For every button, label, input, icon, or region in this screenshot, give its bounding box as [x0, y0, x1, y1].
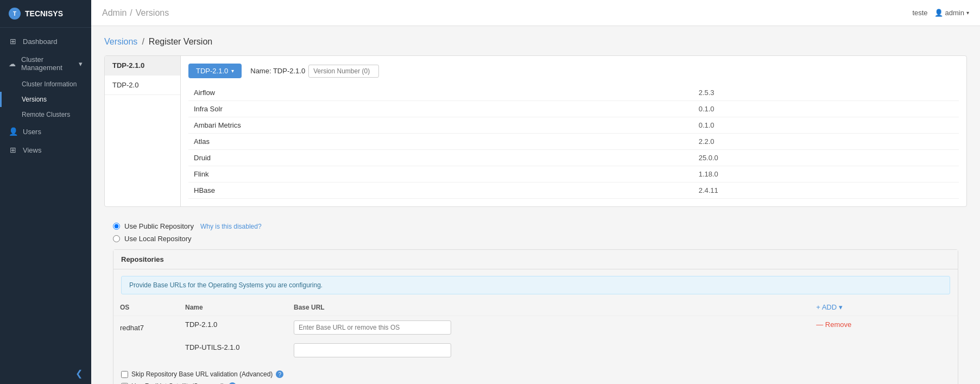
version-item-label: TDP-2.0 [112, 81, 138, 89]
main-area: Admin / Versions teste 👤 admin ▾ Version… [91, 0, 980, 384]
repo-name: TDP-2.1.0 [179, 316, 287, 339]
base-url-input-utils[interactable] [294, 343, 451, 357]
topbar-right: teste 👤 admin ▾ [912, 9, 969, 17]
actions-cell-empty [810, 339, 958, 362]
base-url-input[interactable] [294, 320, 451, 335]
topbar-username: teste [912, 9, 927, 17]
admin-icon: 👤 [934, 9, 943, 17]
admin-menu[interactable]: 👤 admin ▾ [934, 9, 969, 17]
col-os: OS [113, 299, 179, 316]
service-version: 0.1.0 [693, 117, 959, 134]
skip-validation-info-icon[interactable]: ? [276, 370, 283, 378]
service-name: Flink [188, 166, 693, 182]
service-version: 0.1.0 [693, 101, 959, 117]
add-caret-icon: ▾ [839, 303, 843, 311]
content-area: Versions / Register Version TDP-2.1.0 TD… [91, 26, 980, 384]
add-label: + ADD [816, 303, 837, 311]
sidebar-item-cluster-management[interactable]: ☁ Cluster Management ▾ [0, 51, 91, 77]
sidebar-item-versions[interactable]: Versions [0, 92, 91, 107]
version-select-label: TDP-2.1.0 [196, 67, 228, 75]
sidebar-item-cluster-info[interactable]: Cluster Information [0, 77, 91, 92]
admin-label: admin [945, 9, 964, 17]
breadcrumb: Admin / Versions [102, 8, 169, 18]
sidebar-item-views[interactable]: ⊞ Views [0, 141, 91, 159]
version-list-item-tdp-210[interactable]: TDP-2.1.0 [105, 56, 180, 75]
versions-breadcrumb-link[interactable]: Versions [104, 37, 137, 47]
chevron-down-icon: ▾ [79, 60, 83, 68]
version-detail: TDP-2.1.0 ▾ Name: TDP-2.1.0 Airflow 2.5.… [181, 56, 966, 206]
use-public-repo-radio[interactable] [113, 223, 120, 230]
chevron-down-icon: ▾ [966, 10, 969, 16]
why-disabled-link[interactable]: Why is this disabled? [200, 223, 262, 230]
breadcrumb-admin: Admin [102, 8, 127, 18]
repo-row-2: TDP-UTILS-2.1.0 [113, 339, 958, 362]
remove-label: — Remove [816, 320, 851, 329]
views-icon: ⊞ [9, 146, 17, 154]
col-add: + ADD ▾ [810, 299, 958, 316]
repository-section: Use Public Repository Why is this disabl… [104, 216, 967, 384]
version-list: TDP-2.1.0 TDP-2.0 [105, 56, 181, 206]
service-version: 1.18.0 [693, 166, 959, 182]
service-row: Flink 1.18.0 [188, 166, 959, 182]
service-version: 25.0.0 [693, 150, 959, 166]
remove-button[interactable]: — Remove [816, 320, 851, 329]
app-name: TECNISYS [25, 9, 63, 18]
repo-os: redhat7 [113, 316, 179, 339]
sidebar-item-label: Dashboard [23, 37, 58, 46]
use-local-label: Use Local Repository [124, 235, 192, 243]
repo-url-cell-2 [287, 339, 810, 362]
service-version: 2.2.0 [693, 134, 959, 150]
add-button[interactable]: + ADD ▾ [816, 303, 843, 311]
use-public-label: Use Public Repository [124, 222, 194, 230]
breadcrumb-versions: Versions [136, 8, 169, 18]
col-name: Name [179, 299, 287, 316]
repo-os-empty [113, 339, 179, 362]
service-name: Atlas [188, 134, 693, 150]
sidebar-item-users[interactable]: 👤 Users [0, 122, 91, 141]
app-logo: T TECNISYS [0, 0, 91, 28]
skip-validation-checkbox[interactable] [121, 371, 128, 378]
collapse-icon: ❮ [75, 368, 83, 379]
version-number-input[interactable] [308, 65, 379, 78]
versions-label: Versions [22, 96, 47, 103]
repo-row: redhat7 TDP-2.1.0 — Remove [113, 316, 958, 339]
services-table: Airflow 2.5.3 Infra Solr 0.1.0 Ambari Me… [188, 85, 959, 199]
service-row: Airflow 2.5.3 [188, 85, 959, 101]
version-item-label: TDP-2.1.0 [112, 61, 144, 70]
users-label: Users [23, 128, 41, 136]
breadcrumb-separator: / [130, 8, 132, 18]
dashboard-icon: ⊞ [9, 37, 17, 46]
cluster-mgmt-label: Cluster Management [21, 55, 79, 72]
repositories-title: Repositories [113, 250, 958, 269]
topbar: Admin / Versions teste 👤 admin ▾ [91, 0, 980, 26]
cluster-info-label: Cluster Information [22, 80, 77, 88]
repo-url-cell [287, 316, 810, 339]
redhat-satellite-row: Use RedHat Satellite/Spacewalk ? [113, 380, 958, 384]
service-row: Infra Solr 0.1.0 [188, 101, 959, 117]
repo-table-header: OS Name Base URL + ADD ▾ [113, 299, 958, 316]
caret-icon: ▾ [231, 68, 234, 74]
sidebar-item-remote-clusters[interactable]: Remote Clusters [0, 107, 91, 122]
service-name: Druid [188, 150, 693, 166]
service-row: Atlas 2.2.0 [188, 134, 959, 150]
service-row: HBase 2.4.11 [188, 182, 959, 199]
actions-cell: — Remove [810, 316, 958, 339]
version-detail-header: TDP-2.1.0 ▾ Name: TDP-2.1.0 [188, 64, 959, 78]
sidebar-collapse-button[interactable]: ❮ [0, 363, 91, 384]
sidebar-item-dashboard[interactable]: ⊞ Dashboard [0, 32, 91, 51]
logo-icon: T [9, 8, 21, 20]
skip-validation-label: Skip Repository Base URL validation (Adv… [131, 370, 273, 378]
use-public-repo-row: Use Public Repository Why is this disabl… [113, 222, 958, 230]
sidebar-nav: ⊞ Dashboard ☁ Cluster Management ▾ Clust… [0, 28, 91, 363]
cloud-icon: ☁ [9, 60, 16, 68]
version-select-dropdown[interactable]: TDP-2.1.0 ▾ [188, 64, 242, 78]
service-version: 2.5.3 [693, 85, 959, 101]
views-label: Views [23, 146, 41, 154]
radio-group: Use Public Repository Why is this disabl… [104, 216, 967, 249]
service-name: HBase [188, 182, 693, 199]
skip-validation-row: Skip Repository Base URL validation (Adv… [113, 368, 958, 380]
version-name-display: Name: TDP-2.1.0 [250, 65, 379, 78]
use-local-repo-radio[interactable] [113, 235, 120, 242]
version-list-item-tdp-20[interactable]: TDP-2.0 [105, 75, 180, 95]
service-name: Ambari Metrics [188, 117, 693, 134]
